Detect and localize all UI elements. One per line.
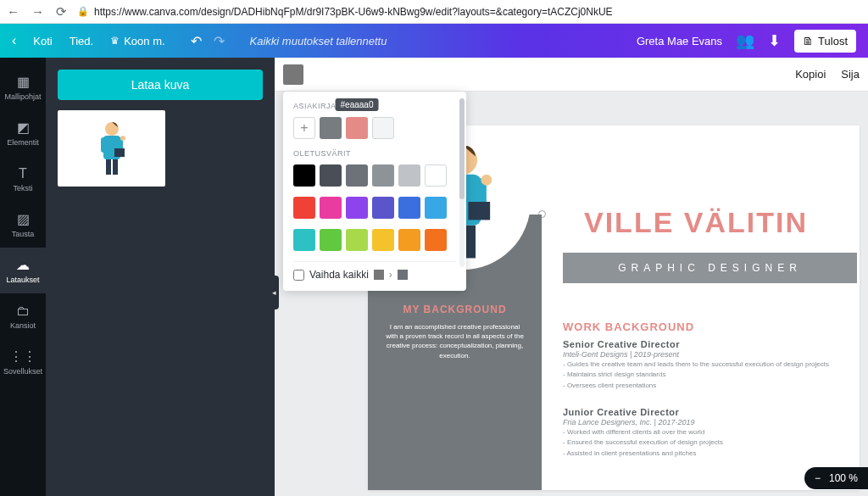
my-background-text: I am an accomplished creative profession… (376, 322, 533, 360)
zoom-control[interactable]: − 100 % (804, 467, 868, 489)
doc-swatch[interactable] (320, 117, 342, 139)
nav-reload-icon[interactable]: ⟳ (56, 4, 67, 20)
templates-icon: ▦ (17, 74, 30, 90)
rail-elements[interactable]: ◩Elementit (0, 110, 46, 156)
doc-swatch[interactable]: #eaaaa0 (346, 117, 368, 139)
resume-name[interactable]: VILLE VÄLITIN (584, 206, 808, 239)
rail-uploads-label: Lataukset (6, 276, 39, 284)
arrow-right-icon: › (389, 269, 392, 281)
change-all-to-swatch (398, 270, 408, 280)
default-swatch[interactable] (320, 164, 342, 187)
default-swatch[interactable] (398, 197, 420, 219)
svg-point-12 (481, 175, 492, 186)
job1-line3: - Oversees client presentations (563, 382, 851, 390)
default-swatch[interactable] (425, 197, 447, 219)
default-swatch[interactable] (346, 229, 368, 251)
elements-icon: ◩ (17, 120, 30, 136)
rail-text-label: Teksti (13, 184, 32, 192)
user-name[interactable]: Greta Mae Evans (637, 35, 722, 47)
undo-icon[interactable]: ↶ (191, 33, 202, 49)
print-button[interactable]: 🗎 Tulost (794, 30, 856, 53)
redo-icon[interactable]: ↷ (214, 33, 225, 49)
nav-forward-icon[interactable]: → (31, 4, 44, 20)
object-rail: ▦Mallipohjat ◩Elementit TTeksti ▨Tausta … (0, 58, 46, 496)
position-button[interactable]: Sija (841, 68, 860, 81)
uploads-icon: ☁ (16, 257, 30, 273)
home-link[interactable]: Koti (33, 35, 52, 47)
rail-folders[interactable]: 🗀Kansiot (0, 293, 46, 339)
rail-background-label: Tausta (12, 230, 35, 238)
zoom-out-icon[interactable]: − (815, 472, 821, 484)
default-swatch[interactable] (372, 229, 394, 251)
background-icon: ▨ (17, 211, 30, 227)
svg-rect-7 (114, 148, 125, 157)
panel-collapse-handle[interactable]: ◂ (270, 276, 279, 309)
default-swatch[interactable] (320, 229, 342, 251)
change-all-label: Vaihda kaikki (309, 269, 369, 281)
rail-background[interactable]: ▨Tausta (0, 202, 46, 248)
file-menu[interactable]: Tied. (70, 35, 93, 47)
resize-menu[interactable]: ♛ Koon m. (110, 35, 164, 47)
default-swatch[interactable] (398, 229, 420, 251)
rail-uploads[interactable]: ☁Lataukset (0, 248, 46, 293)
svg-rect-2 (101, 137, 106, 153)
person-illustration-icon (91, 119, 133, 178)
default-swatch[interactable] (425, 229, 447, 251)
rail-templates-label: Mallipohjat (4, 92, 41, 101)
change-all-checkbox[interactable] (293, 270, 304, 281)
doc-swatch[interactable] (372, 117, 394, 139)
svg-rect-14 (465, 226, 476, 259)
text-icon: T (19, 166, 27, 181)
job1-line2: - Maintains strict design standards (563, 371, 851, 379)
default-swatch[interactable] (372, 197, 394, 219)
job-entry-2[interactable]: Junior Creative Director Fria Lance Desi… (563, 407, 851, 458)
apps-icon: ⋮⋮ (9, 348, 36, 365)
default-swatch[interactable] (346, 164, 368, 187)
work-background-heading: WORK BACKGROUND (563, 320, 694, 333)
change-all-from-swatch (374, 270, 384, 280)
default-swatch[interactable] (398, 164, 420, 187)
download-icon[interactable]: ⬇ (768, 31, 781, 50)
crown-icon: ♛ (110, 35, 120, 47)
color-popover: ASIAKIRJAN VÄRIT + #eaaaa0 OLETUSVÄRIT V… (283, 92, 466, 291)
rail-folders-label: Kansiot (10, 321, 36, 330)
popover-scrollbar[interactable] (459, 98, 465, 267)
resume-role[interactable]: GRAPHIC DESIGNER (563, 253, 857, 283)
share-icon[interactable]: 👥 (736, 31, 754, 50)
lock-icon: 🔒 (77, 6, 89, 17)
default-swatch[interactable] (293, 164, 315, 187)
my-background-heading: MY BACKGROUND (376, 304, 533, 315)
rail-apps-label: Sovellukset (3, 367, 42, 376)
job1-title: Senior Creative Director (563, 339, 851, 349)
svg-point-4 (120, 136, 125, 141)
default-swatch[interactable] (293, 229, 315, 251)
doc-icon: 🗎 (803, 35, 814, 47)
job2-line2: - Ensured the successful execution of de… (563, 438, 851, 447)
back-to-home-icon[interactable]: ‹ (12, 33, 16, 48)
svg-point-0 (105, 122, 119, 136)
zoom-level: 100 % (829, 472, 858, 484)
uploads-panel: Lataa kuva (46, 58, 275, 496)
default-swatch[interactable] (293, 197, 315, 219)
job2-line1: - Worked with different clients all over… (563, 428, 851, 437)
fill-color-chip[interactable] (283, 64, 303, 85)
rail-text[interactable]: TTeksti (0, 156, 46, 202)
default-swatch[interactable] (425, 164, 447, 187)
color-hex-tooltip: #eaaaa0 (336, 98, 379, 111)
default-swatch[interactable] (320, 197, 342, 219)
rail-elements-label: Elementit (7, 138, 39, 147)
rail-templates[interactable]: ▦Mallipohjat (0, 64, 46, 110)
upload-image-button[interactable]: Lataa kuva (58, 70, 263, 100)
add-color-button[interactable]: + (293, 117, 315, 139)
default-swatch[interactable] (346, 197, 368, 219)
svg-rect-6 (113, 159, 118, 175)
job2-title: Junior Creative Director (563, 407, 851, 417)
nav-back-icon[interactable]: ← (7, 4, 19, 20)
copy-button[interactable]: Kopioi (795, 68, 826, 81)
default-swatch[interactable] (372, 164, 394, 187)
rail-apps[interactable]: ⋮⋮Sovellukset (0, 339, 46, 385)
upload-thumbnail[interactable] (58, 110, 165, 187)
job-entry-1[interactable]: Senior Creative Director Inteli-Gent Des… (563, 339, 851, 390)
folders-icon: 🗀 (16, 304, 30, 319)
job2-meta: Fria Lance Designers, Inc. | 2017-2019 (563, 418, 851, 426)
